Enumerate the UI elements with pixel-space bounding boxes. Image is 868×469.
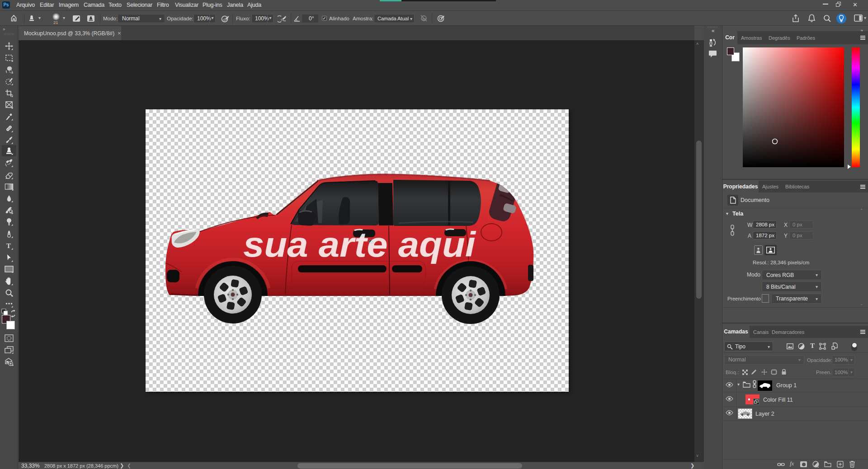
svg-text:sua arte aqui: sua arte aqui (243, 225, 476, 264)
svg-text:T: T (6, 242, 11, 249)
